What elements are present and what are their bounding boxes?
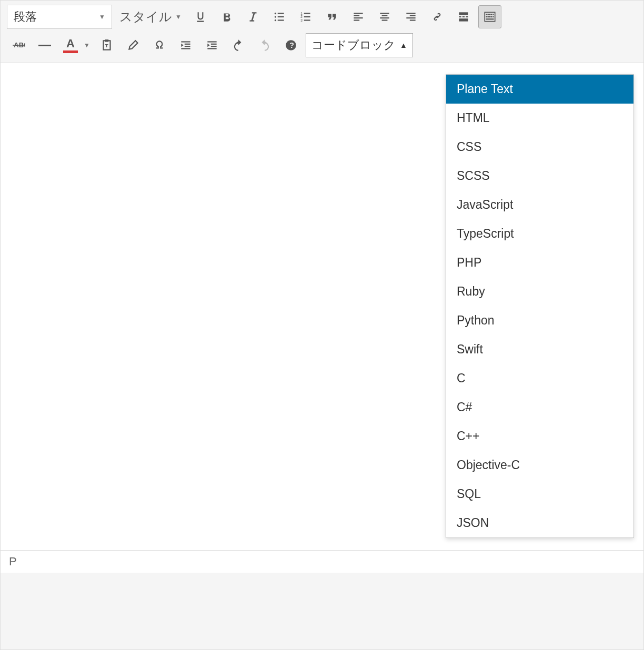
align-left-button[interactable]	[347, 5, 370, 28]
text-color-swatch: A	[62, 38, 79, 53]
codeblock-dropdown[interactable]: コードブロック ▲	[306, 33, 413, 57]
menu-item-objective-c[interactable]: Objective-C	[446, 451, 633, 480]
align-right-button[interactable]	[399, 5, 422, 28]
style-label: スタイル	[119, 8, 172, 25]
svg-rect-26	[462, 16, 465, 17]
svg-point-0	[275, 13, 276, 14]
outdent-button[interactable]	[174, 34, 197, 57]
toolbar-toggle-button[interactable]	[478, 5, 501, 28]
svg-rect-9	[304, 13, 310, 14]
svg-rect-12	[354, 13, 363, 14]
clear-formatting-button[interactable]	[122, 34, 145, 57]
toolbar: 段落 ▼ スタイル ▼ 123	[1, 1, 643, 63]
read-more-button[interactable]	[452, 5, 475, 28]
svg-rect-22	[406, 17, 415, 18]
menu-item-typescript[interactable]: TypeScript	[446, 219, 633, 248]
svg-rect-4	[278, 16, 284, 17]
svg-rect-45	[185, 44, 190, 45]
menu-item-sql[interactable]: SQL	[446, 480, 633, 509]
numbered-list-button[interactable]: 123	[294, 5, 317, 28]
svg-rect-50	[211, 46, 217, 47]
strikethrough-button[interactable]: ABC	[7, 34, 30, 57]
chevron-down-icon: ▼	[99, 13, 105, 21]
italic-button[interactable]	[242, 5, 265, 28]
svg-rect-24	[459, 12, 468, 15]
indent-button[interactable]	[200, 34, 224, 57]
menu-item-html[interactable]: HTML	[446, 104, 633, 133]
bullet-list-button[interactable]	[268, 5, 291, 28]
toolbar-row-1: 段落 ▼ スタイル ▼ 123	[7, 5, 637, 29]
editor-container: 段落 ▼ スタイル ▼ 123	[0, 0, 644, 650]
svg-rect-16	[380, 13, 389, 14]
svg-rect-30	[486, 14, 487, 15]
menu-item-c[interactable]: C	[446, 364, 633, 393]
toolbar-row-2: ABC A ▼ T	[7, 33, 637, 57]
svg-rect-33	[492, 14, 494, 15]
svg-rect-35	[488, 16, 490, 17]
paragraph-dropdown[interactable]: 段落 ▼	[7, 5, 112, 29]
hr-icon	[38, 45, 51, 46]
text-color-button[interactable]: A ▼	[59, 34, 92, 57]
menu-item-css[interactable]: CSS	[446, 133, 633, 161]
codeblock-dropdown-menu: Plane Text HTML CSS SCSS JavaScript Type…	[446, 74, 634, 538]
svg-rect-27	[466, 16, 468, 17]
svg-rect-21	[410, 15, 416, 16]
svg-rect-17	[381, 15, 387, 16]
menu-item-swift[interactable]: Swift	[446, 335, 633, 364]
menu-item-ruby[interactable]: Ruby	[446, 277, 633, 306]
link-button[interactable]	[426, 5, 449, 28]
bold-button[interactable]	[215, 5, 238, 28]
horizontal-rule-button[interactable]	[33, 34, 56, 57]
style-dropdown[interactable]: スタイル ▼	[115, 5, 186, 28]
svg-rect-11	[304, 19, 310, 21]
text-color-bar	[63, 50, 78, 53]
menu-item-csharp[interactable]: C#	[446, 393, 633, 422]
special-character-button[interactable]	[148, 34, 171, 57]
svg-rect-48	[207, 41, 216, 42]
svg-rect-46	[185, 46, 190, 47]
menu-item-scss[interactable]: SCSS	[446, 161, 633, 190]
redo-button[interactable]	[253, 34, 276, 57]
underline-button[interactable]	[189, 5, 212, 28]
svg-rect-36	[490, 16, 492, 17]
svg-rect-19	[381, 19, 387, 21]
codeblock-label: コードブロック	[311, 37, 396, 53]
svg-rect-15	[354, 19, 359, 21]
align-center-button[interactable]	[373, 5, 396, 28]
menu-item-python[interactable]: Python	[446, 306, 633, 335]
svg-rect-42	[105, 39, 109, 42]
svg-rect-47	[181, 48, 190, 49]
svg-rect-28	[459, 18, 468, 21]
svg-rect-14	[354, 17, 363, 18]
chevron-up-icon: ▲	[400, 41, 407, 49]
svg-rect-10	[304, 16, 310, 17]
undo-button[interactable]	[227, 34, 250, 57]
help-button[interactable]: ?	[279, 34, 303, 57]
svg-text:T: T	[105, 43, 108, 48]
svg-rect-5	[278, 19, 284, 21]
paste-text-button[interactable]: T	[95, 34, 118, 57]
menu-item-cpp[interactable]: C++	[446, 422, 633, 451]
text-color-letter: A	[66, 38, 75, 49]
svg-rect-37	[492, 16, 494, 17]
svg-text:3: 3	[300, 18, 303, 22]
svg-rect-25	[459, 16, 461, 17]
menu-item-plane-text[interactable]: Plane Text	[446, 75, 633, 104]
paragraph-label: 段落	[14, 9, 37, 25]
svg-rect-13	[354, 15, 359, 16]
svg-rect-3	[278, 13, 284, 14]
svg-rect-44	[181, 41, 190, 42]
svg-rect-38	[486, 18, 494, 19]
svg-rect-23	[410, 19, 416, 21]
svg-rect-32	[490, 14, 492, 15]
chevron-down-icon: ▼	[175, 13, 182, 21]
menu-item-json[interactable]: JSON	[446, 509, 633, 537]
menu-item-javascript[interactable]: JavaScript	[446, 190, 633, 219]
svg-rect-49	[211, 44, 217, 45]
blockquote-button[interactable]	[320, 5, 344, 28]
element-path[interactable]: P	[9, 555, 17, 568]
svg-point-2	[275, 19, 276, 21]
menu-item-php[interactable]: PHP	[446, 248, 633, 277]
svg-point-1	[275, 16, 276, 17]
svg-rect-18	[380, 17, 389, 18]
